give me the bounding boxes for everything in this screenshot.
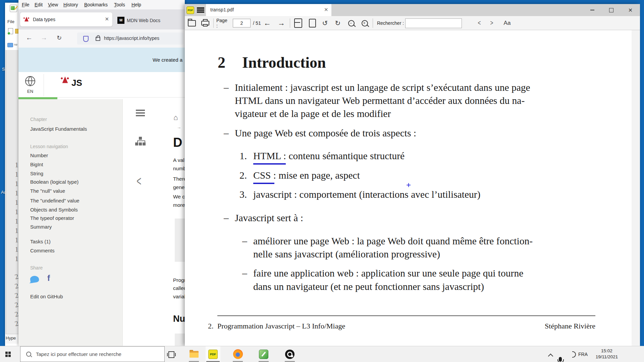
taskbar-search[interactable]: Tapez ici pour effectuer une recherche [20, 346, 165, 362]
section-number: 2 [218, 54, 225, 71]
menu-view[interactable]: View [48, 2, 58, 7]
menu-bookmarks[interactable]: Bookmarks [84, 2, 108, 7]
taskbar-pdf-viewer[interactable]: PDF [206, 346, 220, 362]
taskbar-firefox[interactable] [230, 346, 245, 362]
lesson-sidebar: Chapter JavaScript Fundamentals Lesson n… [18, 99, 122, 346]
line-number: 1 [12, 180, 18, 188]
taskbar-image-editor[interactable] [256, 346, 271, 362]
new-document-icon[interactable] [8, 28, 13, 34]
doc-text: vigateur et de la page et de les modifie… [235, 108, 391, 119]
open-file-icon[interactable] [187, 16, 197, 30]
microphone-icon[interactable] [559, 357, 562, 362]
line-number: 1 [12, 245, 18, 254]
pdf-app-icon: PDF [186, 6, 194, 14]
menu-file[interactable]: File [22, 2, 30, 7]
window-controls: ✕ [583, 4, 640, 16]
next-page-icon[interactable]: → [277, 16, 286, 30]
collapse-chevron-icon[interactable]: < [137, 173, 141, 189]
rotate-right-icon[interactable]: ↻ [333, 16, 342, 30]
doc-text: dans un navigateur (et ne peut fonctionn… [253, 281, 484, 292]
close-button[interactable]: ✕ [621, 4, 640, 16]
editor-window[interactable]: File ne 1 1 1 1 1 1 1 1 1 1 1 2 2 2 2 2 … [5, 3, 18, 346]
sidebar-item-string[interactable]: String [30, 171, 43, 176]
reload-icon[interactable]: ↻ [57, 34, 62, 42]
tab-close-icon[interactable]: ✕ [105, 16, 109, 22]
firefox-window[interactable]: File Edit View History Bookmarks Tools H… [18, 0, 185, 346]
search-input[interactable] [405, 18, 462, 28]
forward-icon[interactable]: → [41, 34, 47, 42]
sidebar-item-undefined[interactable]: The "undefined" value [30, 198, 79, 203]
page-number-input[interactable]: 2 [233, 19, 251, 27]
url-text[interactable]: https://javascript.info/types [104, 36, 159, 41]
previous-page-icon[interactable]: ← [263, 16, 272, 30]
zoom-out-icon[interactable]: − [346, 16, 356, 30]
maximize-button[interactable] [602, 4, 621, 16]
start-button[interactable] [5, 352, 8, 354]
menu-history[interactable]: History [63, 2, 78, 7]
sidebar-item-boolean[interactable]: Boolean (logical type) [30, 179, 78, 185]
menu-tools[interactable]: Tools [114, 2, 125, 7]
back-icon[interactable]: ← [26, 34, 33, 42]
fit-page-icon[interactable] [293, 16, 303, 30]
pdf-document-tab[interactable]: transp1.pdf ✕ [206, 4, 331, 16]
twitter-icon[interactable] [30, 275, 40, 283]
pdf-tab-close-icon[interactable]: ✕ [324, 7, 328, 13]
url-bar[interactable]: https://javascript.info/types [77, 33, 183, 45]
match-case-icon[interactable]: Aa [501, 16, 513, 30]
fit-width-icon[interactable] [308, 16, 317, 30]
menu-help[interactable]: Help [131, 2, 141, 7]
tab-mdn-web-docs[interactable]: MDN Web Docs [127, 18, 160, 23]
tracking-shield-icon[interactable] [83, 36, 89, 42]
site-logo-text[interactable]: JS [71, 78, 82, 88]
sidebar-item-number[interactable]: Number [30, 153, 48, 158]
taskbar-explorer[interactable] [186, 346, 201, 362]
breadcrumb-home-icon[interactable]: ⌂ [173, 113, 178, 122]
tab-data-types[interactable]: Data types ✕ [20, 12, 112, 26]
hamburger-icon[interactable] [136, 110, 145, 111]
tab-title: Data types [33, 17, 55, 22]
language-indicator[interactable]: FRA [578, 352, 588, 357]
bullet-dash [242, 236, 247, 247]
zoom-in-icon[interactable]: + [360, 16, 369, 30]
sidebar-chapter-link[interactable]: JavaScript Fundamentals [30, 126, 87, 132]
sidebar-item-objects-symbols[interactable]: Objects and Symbols [30, 207, 78, 213]
language-globe-icon[interactable] [25, 76, 35, 86]
sidebar-item-null[interactable]: The "null" value [30, 188, 65, 194]
sidebar-item-tasks[interactable]: Tasks (1) [30, 239, 51, 244]
scrollbar[interactable] [632, 30, 640, 346]
edit-on-github-link[interactable]: Edit on GitHub [30, 294, 63, 299]
list-number: 1. [239, 150, 247, 162]
doc-text: Une page Web est composée de trois aspec… [235, 128, 416, 139]
menu-edit[interactable]: Edit [35, 2, 43, 7]
pdf-viewer-window[interactable]: PDF transp1.pdf ✕ ✕ Page : 2 / 51 ← → ↺ … [185, 4, 640, 346]
sidebar-item-typeof[interactable]: The typeof operator [30, 215, 74, 221]
taskbar-obs[interactable] [282, 346, 297, 362]
article-text: A val [173, 157, 184, 163]
find-previous-icon[interactable]: < [476, 15, 483, 32]
sidebar-item-summary[interactable]: Summary [30, 224, 52, 230]
lock-icon[interactable] [96, 37, 100, 41]
site-header: EN JS [18, 72, 185, 98]
article-text: variab [173, 294, 185, 300]
line-number: 1 [12, 217, 18, 226]
find-next-icon[interactable]: > [488, 15, 495, 32]
sidebar-item-bigint[interactable]: BigInt [30, 162, 43, 167]
chapter-label: Chapter [30, 117, 47, 122]
tray-expand-icon[interactable] [548, 354, 553, 359]
sidebar-item-comments[interactable]: Comments [30, 248, 55, 253]
pdf-menu-icon[interactable] [197, 7, 204, 9]
sitemap-icon[interactable] [135, 137, 146, 147]
editor-text-area[interactable]: 1 1 1 1 1 1 1 1 1 1 1 2 2 2 2 2 2 [6, 50, 19, 334]
facebook-icon[interactable]: f [47, 274, 50, 283]
editor-tab-label[interactable]: ne [14, 43, 17, 46]
minimize-button[interactable] [583, 4, 602, 16]
editor-file-menu[interactable]: File [7, 19, 14, 24]
site-logo-icon[interactable] [62, 76, 68, 83]
print-icon[interactable] [200, 16, 211, 30]
language-label[interactable]: EN [25, 89, 35, 94]
rotate-left-icon[interactable]: ↺ [320, 16, 330, 30]
footer-author: Stéphane Rivière [545, 322, 595, 330]
pdf-page[interactable]: 2 Introduction Initialement : javascript… [185, 30, 640, 346]
clock[interactable]: 15:02 19/11/2021 [592, 348, 622, 360]
task-view-icon[interactable] [168, 351, 174, 358]
